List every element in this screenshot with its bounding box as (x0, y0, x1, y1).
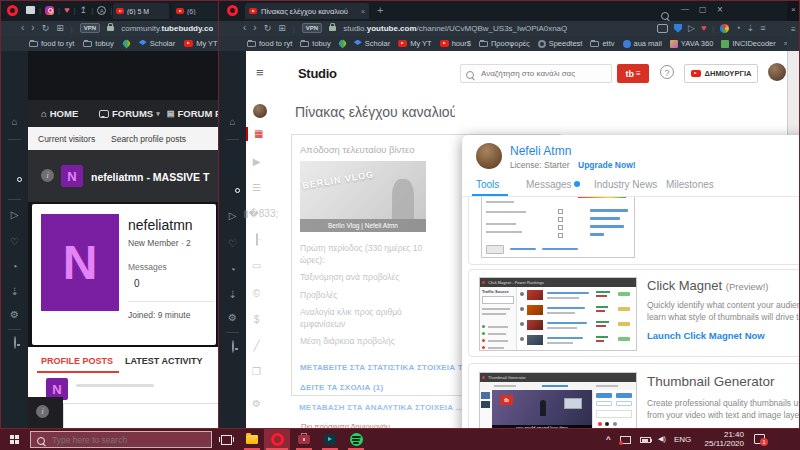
help-icon[interactable]: ? (660, 65, 674, 79)
taskbar-search-input[interactable] (50, 434, 194, 446)
bookmark-item[interactable]: Speedtest (538, 39, 583, 48)
lightbulb-icon[interactable] (1, 338, 28, 348)
media-app-button[interactable] (318, 429, 342, 450)
bookmark-item[interactable]: food to ryt (29, 39, 74, 48)
bookmark-heart-icon[interactable]: ♥ (701, 23, 706, 33)
bookmark-item[interactable]: hour$ (440, 39, 471, 48)
file-explorer-button[interactable] (240, 429, 264, 450)
speed-dial-button[interactable]: ⊞ (56, 23, 64, 33)
heart-tab-icon[interactable]: ♥ (64, 5, 69, 15)
close-button[interactable]: × (717, 4, 723, 15)
bookmarks-heart-icon[interactable]: ♡ (219, 239, 246, 249)
battery-saver-icon[interactable]: ◔ (735, 23, 740, 33)
start-button[interactable] (0, 429, 28, 450)
browser-tab-youtube-2[interactable]: (6) (173, 3, 219, 19)
spotify-button[interactable] (344, 429, 368, 450)
bookmark-item[interactable]: Scholar (354, 39, 390, 48)
tab-profile-posts[interactable]: PROFILE POSTS (41, 356, 113, 366)
forward-button[interactable]: › (31, 23, 34, 33)
upgrade-link[interactable]: Upgrade Now! (578, 160, 636, 170)
taskbar-search-box[interactable] (30, 431, 212, 448)
back-button[interactable]: ‹ (243, 23, 246, 33)
browser-tab-youtube-1[interactable]: (6) 5 Μ (113, 3, 169, 19)
downloads-icon[interactable]: ⇣ (1, 287, 28, 297)
subnav-search-profile-posts[interactable]: Search profile posts (111, 134, 186, 144)
url-text[interactable]: community.tubebuddy.co (121, 24, 213, 33)
lightbulb-icon[interactable] (219, 342, 246, 352)
bookmark-item[interactable]: INCIDecoder (721, 39, 775, 48)
create-button[interactable]: ΔΗΜΙΟΥΡΓΙΑ (684, 64, 758, 83)
settings-gear-icon[interactable]: ⚙ (1, 310, 28, 320)
snapshot-camera-icon[interactable] (657, 24, 668, 33)
speed-dial-icon[interactable]: ⌂ (1, 117, 28, 127)
bookmarks-heart-icon[interactable]: ♡ (1, 237, 28, 247)
popup-tab-tools[interactable]: Tools (476, 179, 499, 190)
minimize-button[interactable]: — (681, 4, 689, 13)
new-tab-button[interactable]: + (377, 4, 383, 16)
popup-tab-milestones[interactable]: Milestones (666, 179, 714, 190)
extension-color-icon[interactable] (720, 24, 729, 33)
bookmark-item[interactable]: ettv (590, 39, 614, 48)
launch-click-magnet-link[interactable]: Launch Click Magnet Now (647, 330, 765, 341)
vpn-badge[interactable]: VPN (80, 23, 100, 33)
battery-icon[interactable] (640, 437, 651, 443)
nav-forums[interactable]: FORUMS▾ (99, 108, 160, 119)
popup-tab-messages[interactable]: Messages (526, 179, 572, 190)
back-button[interactable]: ‹ (21, 23, 24, 33)
language-indicator[interactable]: ENG (674, 435, 691, 444)
monetization-icon[interactable]: $ (243, 315, 270, 325)
hamburger-menu-icon[interactable]: ≡ (256, 65, 264, 80)
image-tab-icon[interactable] (26, 6, 35, 14)
opera-menu-button[interactable] (227, 5, 238, 16)
downloads-icon[interactable]: ⇣ (219, 290, 246, 300)
audio-library-icon[interactable]: ❐ (243, 367, 270, 377)
dashboard-icon[interactable]: ▦ (254, 129, 263, 139)
studio-search-box[interactable] (460, 64, 612, 83)
bookmark-item[interactable]: aua mail (623, 39, 662, 48)
strip-tweaks-icon[interactable]: ≡ (791, 25, 796, 34)
opera-taskbar-button[interactable] (264, 429, 290, 450)
subnav-current-visitors[interactable]: Current visitors (38, 134, 95, 144)
tray-chevron-up-icon[interactable]: ^ (606, 435, 611, 444)
avatar-large[interactable]: N (41, 214, 119, 311)
bookmark-item[interactable]: YAVA 360 (670, 39, 714, 48)
send-extension-icon[interactable]: ▷ (688, 23, 695, 33)
subtitles-icon[interactable]: ▭ (243, 261, 270, 271)
browser-tab-active[interactable]: Πίνακας ελέγχου καναλιού × (245, 3, 369, 19)
info-icon[interactable]: i (36, 405, 49, 418)
channel-avatar-icon[interactable] (253, 104, 267, 118)
history-clock-icon[interactable]: ◔ (1, 262, 28, 272)
vpn-badge[interactable]: VPN (302, 23, 322, 33)
reload-button[interactable]: ↻ (264, 23, 272, 33)
popup-tab-industry-news[interactable]: Industry News (594, 179, 657, 190)
info-icon[interactable]: i (41, 169, 54, 182)
maps-bookmark-icon[interactable] (337, 39, 347, 49)
adblock-shield-icon[interactable] (674, 24, 682, 33)
studio-search-input[interactable] (479, 68, 593, 79)
forward-button[interactable]: › (253, 23, 256, 33)
comments-icon[interactable] (243, 235, 270, 245)
bookmark-item[interactable]: My YT (184, 39, 218, 48)
speed-dial-icon[interactable]: ⌂ (219, 117, 246, 127)
tab-latest-activity[interactable]: LATEST ACTIVITY (125, 356, 203, 366)
bookmark-item[interactable]: Scholar (139, 39, 175, 48)
messages-value[interactable]: 0 (134, 278, 140, 289)
task-view-button[interactable] (214, 429, 238, 450)
download-icon[interactable]: ⇣ (747, 23, 755, 33)
anchor-tab-icon[interactable]: ↥ (80, 5, 88, 15)
maximize-button[interactable]: ▢ (699, 5, 707, 14)
videos-icon[interactable]: ▶ (243, 157, 270, 167)
speed-dial-button[interactable]: ⊞ (278, 23, 286, 33)
send-icon[interactable]: ▷ (1, 210, 28, 220)
playlists-icon[interactable]: ☰ (243, 183, 270, 193)
bookmark-item[interactable]: Προσφορές (479, 39, 530, 48)
popup-user-name[interactable]: Nefeli Atmn (510, 144, 571, 158)
bookmark-item[interactable]: tobuy (300, 39, 330, 48)
bookmark-item[interactable]: tobuy (83, 39, 113, 48)
strip-close-icon[interactable]: × (791, 5, 796, 14)
tab-close-icon[interactable]: × (361, 8, 365, 15)
circled-a-tab-icon[interactable]: A (97, 6, 106, 15)
opera-menu-button[interactable] (7, 5, 18, 16)
send-icon[interactable]: ▷ (219, 211, 246, 221)
bookmark-item[interactable]: food to ryt (247, 39, 292, 48)
